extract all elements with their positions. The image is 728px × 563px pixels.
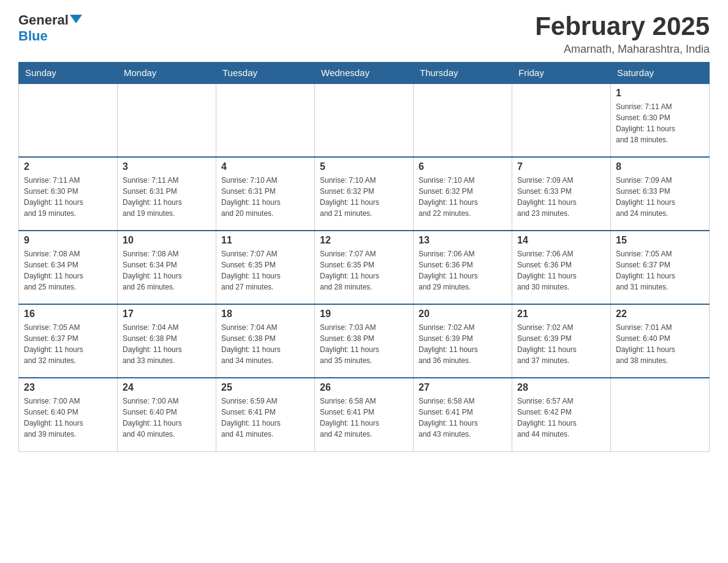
calendar-day-cell: 28Sunrise: 6:57 AM Sunset: 6:42 PM Dayli…	[512, 378, 611, 451]
day-info: Sunrise: 7:07 AM Sunset: 6:35 PM Dayligh…	[221, 248, 309, 293]
title-section: February 2025 Amarnath, Maharashtra, Ind…	[535, 12, 710, 56]
calendar-day-cell: 7Sunrise: 7:09 AM Sunset: 6:33 PM Daylig…	[512, 157, 611, 231]
day-info: Sunrise: 7:00 AM Sunset: 6:40 PM Dayligh…	[123, 396, 211, 440]
calendar-day-cell: 2Sunrise: 7:11 AM Sunset: 6:30 PM Daylig…	[19, 157, 118, 231]
calendar-day-cell: 6Sunrise: 7:10 AM Sunset: 6:32 PM Daylig…	[414, 157, 512, 231]
calendar-day-cell: 8Sunrise: 7:09 AM Sunset: 6:33 PM Daylig…	[611, 157, 710, 231]
day-info: Sunrise: 7:05 AM Sunset: 6:37 PM Dayligh…	[24, 322, 112, 366]
day-number: 9	[24, 235, 112, 246]
day-number: 27	[419, 382, 507, 393]
weekday-header-saturday: Saturday	[611, 63, 710, 84]
weekday-header-sunday: Sunday	[19, 63, 118, 84]
calendar-day-cell: 22Sunrise: 7:01 AM Sunset: 6:40 PM Dayli…	[611, 304, 710, 378]
day-info: Sunrise: 6:57 AM Sunset: 6:42 PM Dayligh…	[517, 396, 605, 440]
day-number: 24	[123, 382, 211, 393]
day-number: 3	[123, 161, 211, 172]
calendar-day-cell: 24Sunrise: 7:00 AM Sunset: 6:40 PM Dayli…	[118, 378, 216, 451]
day-number: 21	[517, 308, 605, 320]
calendar-day-cell: 27Sunrise: 6:58 AM Sunset: 6:41 PM Dayli…	[414, 378, 512, 451]
calendar-week-row: 2Sunrise: 7:11 AM Sunset: 6:30 PM Daylig…	[19, 157, 710, 231]
day-number: 4	[221, 161, 309, 172]
calendar-table: SundayMondayTuesdayWednesdayThursdayFrid…	[18, 62, 710, 452]
day-info: Sunrise: 7:06 AM Sunset: 6:36 PM Dayligh…	[517, 248, 605, 293]
day-number: 17	[123, 308, 211, 320]
day-info: Sunrise: 6:58 AM Sunset: 6:41 PM Dayligh…	[419, 396, 507, 440]
day-info: Sunrise: 7:11 AM Sunset: 6:30 PM Dayligh…	[24, 175, 112, 219]
weekday-header-wednesday: Wednesday	[315, 63, 414, 84]
calendar-day-cell: 1Sunrise: 7:11 AM Sunset: 6:30 PM Daylig…	[611, 83, 710, 157]
calendar-day-cell	[414, 83, 512, 157]
day-info: Sunrise: 6:58 AM Sunset: 6:41 PM Dayligh…	[320, 396, 408, 440]
calendar-day-cell: 12Sunrise: 7:07 AM Sunset: 6:35 PM Dayli…	[315, 231, 414, 304]
day-number: 18	[221, 308, 309, 320]
day-number: 23	[24, 382, 112, 393]
day-number: 13	[419, 235, 507, 246]
day-info: Sunrise: 7:04 AM Sunset: 6:38 PM Dayligh…	[221, 322, 309, 366]
day-number: 28	[517, 382, 605, 393]
day-info: Sunrise: 7:03 AM Sunset: 6:38 PM Dayligh…	[320, 322, 408, 366]
calendar-day-cell: 20Sunrise: 7:02 AM Sunset: 6:39 PM Dayli…	[414, 304, 512, 378]
logo: General Blue	[18, 12, 82, 44]
day-number: 25	[221, 382, 309, 393]
day-number: 2	[24, 161, 112, 172]
calendar-day-cell: 9Sunrise: 7:08 AM Sunset: 6:34 PM Daylig…	[19, 231, 118, 304]
calendar-day-cell	[19, 83, 118, 157]
day-number: 19	[320, 308, 408, 320]
calendar-day-cell: 4Sunrise: 7:10 AM Sunset: 6:31 PM Daylig…	[216, 157, 315, 231]
day-info: Sunrise: 7:02 AM Sunset: 6:39 PM Dayligh…	[419, 322, 507, 366]
day-number: 26	[320, 382, 408, 393]
calendar-day-cell: 11Sunrise: 7:07 AM Sunset: 6:35 PM Dayli…	[216, 231, 315, 304]
calendar-week-row: 1Sunrise: 7:11 AM Sunset: 6:30 PM Daylig…	[19, 83, 710, 157]
day-info: Sunrise: 7:07 AM Sunset: 6:35 PM Dayligh…	[320, 248, 408, 293]
day-info: Sunrise: 7:10 AM Sunset: 6:32 PM Dayligh…	[419, 175, 507, 219]
day-number: 5	[320, 161, 408, 172]
calendar-day-cell: 15Sunrise: 7:05 AM Sunset: 6:37 PM Dayli…	[611, 231, 710, 304]
calendar-day-cell: 23Sunrise: 7:00 AM Sunset: 6:40 PM Dayli…	[19, 378, 118, 451]
calendar-day-cell: 26Sunrise: 6:58 AM Sunset: 6:41 PM Dayli…	[315, 378, 414, 451]
calendar-day-cell: 14Sunrise: 7:06 AM Sunset: 6:36 PM Dayli…	[512, 231, 611, 304]
day-number: 11	[221, 235, 309, 246]
weekday-header-monday: Monday	[118, 63, 216, 84]
calendar-week-row: 9Sunrise: 7:08 AM Sunset: 6:34 PM Daylig…	[19, 231, 710, 304]
weekday-header-friday: Friday	[512, 63, 611, 84]
calendar-day-cell: 21Sunrise: 7:02 AM Sunset: 6:39 PM Dayli…	[512, 304, 611, 378]
calendar-day-cell: 5Sunrise: 7:10 AM Sunset: 6:32 PM Daylig…	[315, 157, 414, 231]
day-info: Sunrise: 7:10 AM Sunset: 6:31 PM Dayligh…	[221, 175, 309, 219]
day-info: Sunrise: 7:01 AM Sunset: 6:40 PM Dayligh…	[616, 322, 704, 366]
day-info: Sunrise: 7:02 AM Sunset: 6:39 PM Dayligh…	[517, 322, 605, 366]
day-info: Sunrise: 7:04 AM Sunset: 6:38 PM Dayligh…	[123, 322, 211, 366]
day-info: Sunrise: 7:11 AM Sunset: 6:30 PM Dayligh…	[616, 101, 704, 145]
calendar-day-cell	[315, 83, 414, 157]
calendar-day-cell: 10Sunrise: 7:08 AM Sunset: 6:34 PM Dayli…	[118, 231, 216, 304]
day-info: Sunrise: 7:06 AM Sunset: 6:36 PM Dayligh…	[419, 248, 507, 293]
day-info: Sunrise: 7:08 AM Sunset: 6:34 PM Dayligh…	[123, 248, 211, 293]
weekday-header-thursday: Thursday	[414, 63, 512, 84]
day-number: 1	[616, 88, 704, 99]
day-info: Sunrise: 7:11 AM Sunset: 6:31 PM Dayligh…	[123, 175, 211, 219]
logo-triangle-icon	[70, 15, 82, 23]
day-number: 20	[419, 308, 507, 320]
weekday-header-tuesday: Tuesday	[216, 63, 315, 84]
day-number: 8	[616, 161, 704, 172]
calendar-day-cell: 18Sunrise: 7:04 AM Sunset: 6:38 PM Dayli…	[216, 304, 315, 378]
calendar-day-cell: 19Sunrise: 7:03 AM Sunset: 6:38 PM Dayli…	[315, 304, 414, 378]
day-info: Sunrise: 7:05 AM Sunset: 6:37 PM Dayligh…	[616, 248, 704, 293]
calendar-week-row: 16Sunrise: 7:05 AM Sunset: 6:37 PM Dayli…	[19, 304, 710, 378]
month-title: February 2025	[535, 12, 710, 40]
weekday-header-row: SundayMondayTuesdayWednesdayThursdayFrid…	[19, 63, 710, 84]
day-info: Sunrise: 7:09 AM Sunset: 6:33 PM Dayligh…	[616, 175, 704, 219]
calendar-day-cell	[216, 83, 315, 157]
day-info: Sunrise: 6:59 AM Sunset: 6:41 PM Dayligh…	[221, 396, 309, 440]
logo-blue-text: Blue	[18, 28, 48, 44]
day-number: 14	[517, 235, 605, 246]
location: Amarnath, Maharashtra, India	[535, 43, 710, 56]
day-number: 22	[616, 308, 704, 320]
logo-general-text: General	[18, 12, 69, 28]
page-header: General Blue February 2025 Amarnath, Mah…	[18, 12, 710, 56]
day-info: Sunrise: 7:08 AM Sunset: 6:34 PM Dayligh…	[24, 248, 112, 293]
calendar-day-cell	[611, 378, 710, 451]
calendar-day-cell	[512, 83, 611, 157]
calendar-day-cell: 17Sunrise: 7:04 AM Sunset: 6:38 PM Dayli…	[118, 304, 216, 378]
day-info: Sunrise: 7:09 AM Sunset: 6:33 PM Dayligh…	[517, 175, 605, 219]
calendar-day-cell: 16Sunrise: 7:05 AM Sunset: 6:37 PM Dayli…	[19, 304, 118, 378]
